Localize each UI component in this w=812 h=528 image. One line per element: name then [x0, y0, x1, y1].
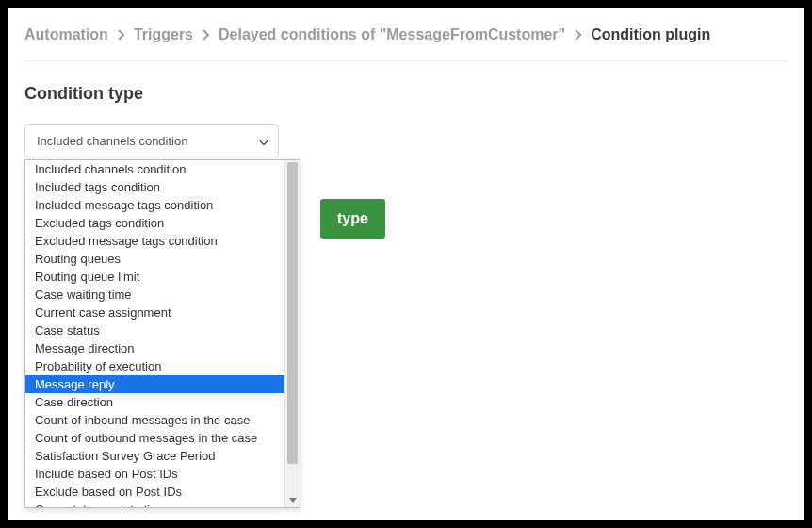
- select-current-value: Included channels condition: [37, 134, 187, 148]
- dropdown-option[interactable]: Case status update time: [25, 501, 300, 508]
- dropdown-option[interactable]: Excluded message tags condition: [25, 232, 300, 250]
- dropdown-option[interactable]: Count of outbound messages in the case: [25, 429, 300, 447]
- dropdown-option[interactable]: Routing queues: [25, 250, 300, 268]
- dropdown-options-list: Included channels conditionIncluded tags…: [25, 160, 300, 508]
- chevron-down-icon: [259, 134, 268, 148]
- dropdown-option[interactable]: Include based on Post IDs: [25, 465, 300, 483]
- dropdown-option[interactable]: Included message tags condition: [25, 196, 300, 214]
- breadcrumb-delayed-conditions[interactable]: Delayed conditions of "MessageFromCustom…: [219, 26, 565, 43]
- chevron-right-icon: [118, 29, 124, 41]
- dropdown-option[interactable]: Exclude based on Post IDs: [25, 483, 300, 501]
- dropdown-option[interactable]: Message direction: [25, 339, 300, 357]
- breadcrumb-condition-plugin: Condition plugin: [591, 26, 710, 43]
- dropdown-option[interactable]: Count of inbound messages in the case: [25, 411, 300, 429]
- dropdown-option[interactable]: Included channels condition: [25, 160, 300, 178]
- dropdown-option[interactable]: Case waiting time: [25, 286, 300, 304]
- dropdown-option[interactable]: Probability of execution: [25, 357, 300, 375]
- chevron-right-icon: [575, 29, 581, 41]
- app-frame: Automation Triggers Delayed conditions o…: [8, 8, 804, 520]
- condition-type-select[interactable]: Included channels condition: [24, 124, 279, 157]
- scrollbar[interactable]: [284, 160, 300, 507]
- dropdown-option[interactable]: Message reply: [25, 375, 300, 393]
- condition-type-select-wrap: Included channels condition Included cha…: [24, 124, 279, 157]
- section-title: Condition type: [24, 84, 788, 104]
- condition-type-dropdown: Included channels conditionIncluded tags…: [24, 159, 300, 508]
- chevron-right-icon: [203, 29, 209, 41]
- submit-type-button[interactable]: type: [320, 199, 385, 239]
- dropdown-option[interactable]: Case status: [25, 322, 300, 339]
- scrollbar-down-arrow-icon[interactable]: [285, 492, 300, 507]
- dropdown-option[interactable]: Excluded tags condition: [25, 214, 300, 232]
- dropdown-option[interactable]: Routing queue limit: [25, 268, 300, 286]
- dropdown-option[interactable]: Current case assignment: [25, 304, 300, 322]
- breadcrumb-automation[interactable]: Automation: [24, 26, 108, 43]
- dropdown-option[interactable]: Case direction: [25, 393, 300, 411]
- dropdown-option[interactable]: Satisfaction Survey Grace Period: [25, 447, 300, 465]
- breadcrumb-triggers[interactable]: Triggers: [134, 26, 193, 43]
- dropdown-option[interactable]: Included tags condition: [25, 178, 300, 196]
- breadcrumb: Automation Triggers Delayed conditions o…: [24, 26, 788, 61]
- scrollbar-thumb[interactable]: [287, 162, 298, 464]
